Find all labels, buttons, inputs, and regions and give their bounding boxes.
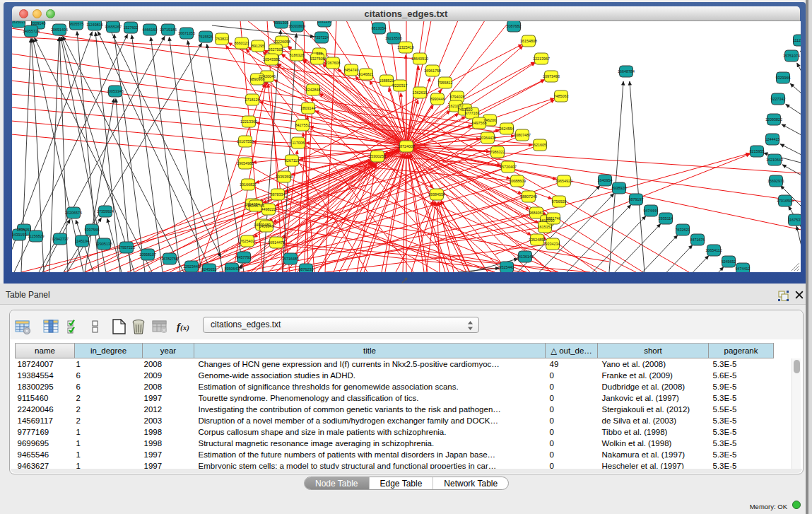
svg-text:9242848: 9242848: [306, 88, 321, 92]
svg-text:9457791: 9457791: [237, 255, 252, 259]
svg-text:1615152: 1615152: [538, 225, 553, 229]
svg-text:10107553: 10107553: [237, 139, 254, 144]
svg-text:8186328: 8186328: [290, 53, 305, 57]
svg-text:8950643: 8950643: [225, 267, 240, 271]
svg-text:10973493: 10973493: [543, 74, 560, 78]
svg-text:10543382: 10543382: [263, 57, 280, 62]
svg-text:10655267: 10655267: [105, 25, 122, 29]
svg-text:9881746: 9881746: [546, 216, 561, 221]
svg-text:6794028: 6794028: [450, 95, 465, 99]
svg-text:8427552: 8427552: [295, 123, 310, 127]
svg-text:9439159: 9439159: [12, 233, 27, 237]
svg-text:25300253: 25300253: [369, 154, 386, 158]
svg-text:9605575: 9605575: [69, 22, 84, 26]
svg-text:763822: 763822: [216, 37, 228, 41]
svg-text:9474444: 9474444: [644, 209, 659, 213]
svg-text:7955812: 7955812: [438, 81, 453, 85]
svg-text:20206576: 20206576: [65, 211, 82, 215]
svg-text:12213967: 12213967: [533, 57, 550, 61]
svg-text:8938928: 8938928: [612, 186, 627, 190]
svg-text:7986322: 7986322: [490, 150, 505, 154]
svg-text:8215955: 8215955: [750, 149, 765, 153]
svg-text:1640954: 1640954: [598, 178, 613, 182]
svg-text:117006: 117006: [292, 141, 305, 145]
svg-text:16914479: 16914479: [268, 240, 285, 245]
svg-text:16210643: 16210643: [766, 158, 783, 162]
svg-text:14055724: 14055724: [23, 29, 40, 33]
svg-text:1145194: 1145194: [75, 239, 90, 243]
svg-text:8471676: 8471676: [690, 238, 705, 242]
svg-text:19654985: 19654985: [237, 161, 254, 165]
svg-text:7625402: 7625402: [240, 239, 255, 243]
svg-text:7632621: 7632621: [676, 228, 690, 232]
svg-text:9876230: 9876230: [299, 267, 314, 271]
svg-text:9327505: 9327505: [269, 47, 283, 52]
svg-text:17016504: 17016504: [777, 199, 794, 203]
svg-text:1167533: 1167533: [788, 218, 801, 222]
svg-text:18724007: 18724007: [398, 144, 415, 148]
svg-text:19218506: 19218506: [385, 36, 402, 40]
svg-text:9146821: 9146821: [359, 72, 374, 76]
svg-text:1362615: 1362615: [413, 90, 428, 95]
svg-text:1835051: 1835051: [17, 228, 32, 232]
svg-text:15720407: 15720407: [500, 165, 517, 169]
svg-text:16671355: 16671355: [178, 31, 195, 35]
svg-text:7515526: 7515526: [199, 35, 213, 39]
svg-text:7485063: 7485063: [554, 94, 569, 98]
svg-text:18640910: 18640910: [411, 57, 428, 61]
svg-text:20691406: 20691406: [51, 28, 68, 32]
svg-text:9525441: 9525441: [500, 265, 514, 269]
svg-text:9227342: 9227342: [771, 97, 786, 101]
svg-text:7357224: 7357224: [314, 35, 329, 40]
svg-text:3624554: 3624554: [500, 127, 514, 131]
svg-text:4498222: 4498222: [261, 207, 276, 211]
svg-text:2803144: 2803144: [301, 106, 316, 110]
svg-text:10654112: 10654112: [705, 248, 722, 252]
svg-text:1244415: 1244415: [765, 137, 780, 141]
svg-text:9991305: 9991305: [274, 21, 289, 25]
svg-text:9334234: 9334234: [546, 242, 560, 246]
svg-text:10719185: 10719185: [160, 28, 177, 32]
svg-text:10807487: 10807487: [514, 133, 531, 137]
svg-text:9245652: 9245652: [722, 259, 736, 264]
svg-text:9777169: 9777169: [465, 111, 480, 115]
svg-text:2718126: 2718126: [245, 98, 260, 102]
svg-text:11249816: 11249816: [86, 23, 103, 27]
svg-text:8878334: 8878334: [271, 192, 286, 197]
svg-text:16033809: 16033809: [288, 24, 305, 28]
svg-text:12093822: 12093822: [765, 117, 782, 122]
svg-text:2367608: 2367608: [326, 61, 341, 65]
svg-text:19166827: 19166827: [240, 182, 257, 187]
svg-text:8454749: 8454749: [344, 68, 359, 72]
svg-text:16154808: 16154808: [520, 39, 537, 43]
svg-text:9329966: 9329966: [776, 76, 791, 80]
svg-text:16782759: 16782759: [161, 257, 178, 261]
svg-text:8813054: 8813054: [372, 26, 387, 30]
svg-text:2935114: 2935114: [659, 216, 673, 221]
svg-text:1112704: 1112704: [793, 38, 801, 42]
svg-text:9245652: 9245652: [202, 267, 217, 271]
svg-text:2087682: 2087682: [507, 24, 522, 28]
svg-text:9474412: 9474412: [736, 267, 751, 271]
svg-text:23226058: 23226058: [273, 40, 290, 44]
svg-text:16961758: 16961758: [424, 69, 441, 73]
svg-text:17359924: 17359924: [97, 209, 114, 214]
svg-text:15692971: 15692971: [767, 179, 784, 183]
svg-text:12213369: 12213369: [240, 119, 257, 124]
svg-text:17957225: 17957225: [118, 245, 135, 250]
svg-text:15716485: 15716485: [282, 257, 299, 261]
svg-text:19384554: 19384554: [428, 192, 445, 197]
svg-text:1835021: 1835021: [12, 21, 26, 24]
svg-text:1588520: 1588520: [379, 78, 394, 83]
svg-text:6879197: 6879197: [629, 197, 644, 201]
svg-text:14136141: 14136141: [517, 255, 534, 259]
svg-text:1527602: 1527602: [124, 25, 139, 30]
svg-text:6497568: 6497568: [472, 121, 487, 125]
svg-text:9684067: 9684067: [529, 211, 544, 215]
svg-text:2009140: 2009140: [31, 21, 46, 25]
svg-text:891295: 891295: [252, 44, 264, 48]
svg-text:9756928: 9756928: [552, 199, 567, 204]
svg-text:15751074: 15751074: [783, 54, 800, 58]
svg-text:20364436: 20364436: [479, 136, 496, 140]
svg-text:10688609: 10688609: [509, 179, 526, 183]
